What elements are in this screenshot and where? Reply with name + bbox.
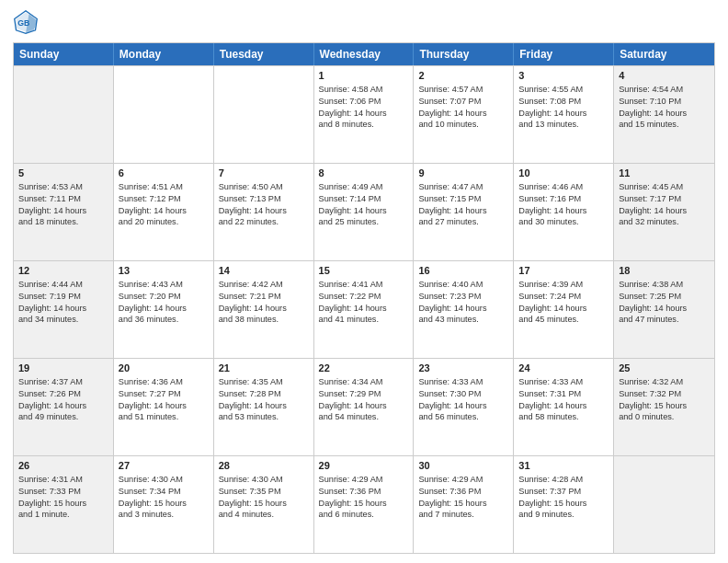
page: GB SundayMondayTuesdayWednesdayThursdayF… <box>0 0 728 563</box>
cell-info: Sunrise: 4:33 AM Sunset: 7:30 PM Dayligh… <box>418 376 508 424</box>
calendar-cell: 11Sunrise: 4:45 AM Sunset: 7:17 PM Dayli… <box>614 164 714 260</box>
day-number: 18 <box>619 264 710 278</box>
day-number: 27 <box>119 459 209 473</box>
day-number: 5 <box>18 167 108 180</box>
day-header-thursday: Thursday <box>414 43 514 65</box>
calendar-cell: 1Sunrise: 4:58 AM Sunset: 7:06 PM Daylig… <box>314 66 415 163</box>
cell-info: Sunrise: 4:53 AM Sunset: 7:11 PM Dayligh… <box>18 181 108 229</box>
calendar-cell <box>214 66 314 163</box>
calendar-week-4: 19Sunrise: 4:37 AM Sunset: 7:26 PM Dayli… <box>14 358 714 455</box>
day-number: 9 <box>418 167 508 180</box>
calendar-cell: 27Sunrise: 4:30 AM Sunset: 7:34 PM Dayli… <box>114 456 214 553</box>
day-header-sunday: Sunday <box>14 43 114 65</box>
cell-info: Sunrise: 4:40 AM Sunset: 7:23 PM Dayligh… <box>418 279 508 327</box>
day-number: 29 <box>319 459 409 473</box>
cell-info: Sunrise: 4:49 AM Sunset: 7:14 PM Dayligh… <box>319 181 409 229</box>
calendar-week-1: 1Sunrise: 4:58 AM Sunset: 7:06 PM Daylig… <box>14 65 714 163</box>
day-number: 31 <box>518 459 609 473</box>
cell-info: Sunrise: 4:46 AM Sunset: 7:16 PM Dayligh… <box>518 181 609 229</box>
calendar-cell: 22Sunrise: 4:34 AM Sunset: 7:29 PM Dayli… <box>314 359 415 455</box>
cell-info: Sunrise: 4:57 AM Sunset: 7:07 PM Dayligh… <box>418 84 508 132</box>
calendar-cell: 18Sunrise: 4:38 AM Sunset: 7:25 PM Dayli… <box>614 261 714 358</box>
calendar-cell: 12Sunrise: 4:44 AM Sunset: 7:19 PM Dayli… <box>14 261 114 358</box>
day-number: 10 <box>518 167 609 180</box>
calendar-cell: 20Sunrise: 4:36 AM Sunset: 7:27 PM Dayli… <box>114 359 214 455</box>
calendar-cell: 9Sunrise: 4:47 AM Sunset: 7:15 PM Daylig… <box>414 164 514 260</box>
logo: GB <box>13 9 42 35</box>
cell-info: Sunrise: 4:39 AM Sunset: 7:24 PM Dayligh… <box>518 279 609 327</box>
cell-info: Sunrise: 4:47 AM Sunset: 7:15 PM Dayligh… <box>418 181 508 229</box>
calendar-cell: 14Sunrise: 4:42 AM Sunset: 7:21 PM Dayli… <box>214 261 314 358</box>
day-number: 6 <box>119 167 209 180</box>
calendar-cell <box>114 66 214 163</box>
calendar-cell: 7Sunrise: 4:50 AM Sunset: 7:13 PM Daylig… <box>214 164 314 260</box>
calendar-cell: 31Sunrise: 4:28 AM Sunset: 7:37 PM Dayli… <box>514 456 614 553</box>
day-number: 23 <box>418 362 508 375</box>
calendar-cell: 23Sunrise: 4:33 AM Sunset: 7:30 PM Dayli… <box>414 359 514 455</box>
day-number: 22 <box>319 362 409 375</box>
cell-info: Sunrise: 4:41 AM Sunset: 7:22 PM Dayligh… <box>319 279 409 327</box>
day-number: 1 <box>319 69 409 83</box>
cell-info: Sunrise: 4:44 AM Sunset: 7:19 PM Dayligh… <box>18 279 108 327</box>
cell-info: Sunrise: 4:30 AM Sunset: 7:34 PM Dayligh… <box>119 474 209 522</box>
calendar: SundayMondayTuesdayWednesdayThursdayFrid… <box>13 42 715 554</box>
cell-info: Sunrise: 4:50 AM Sunset: 7:13 PM Dayligh… <box>219 181 309 229</box>
cell-info: Sunrise: 4:38 AM Sunset: 7:25 PM Dayligh… <box>619 279 710 327</box>
cell-info: Sunrise: 4:32 AM Sunset: 7:32 PM Dayligh… <box>619 376 710 424</box>
day-number: 19 <box>18 362 108 375</box>
calendar-cell: 4Sunrise: 4:54 AM Sunset: 7:10 PM Daylig… <box>614 66 714 163</box>
day-number: 25 <box>619 362 710 375</box>
cell-info: Sunrise: 4:42 AM Sunset: 7:21 PM Dayligh… <box>219 279 309 327</box>
calendar-cell: 15Sunrise: 4:41 AM Sunset: 7:22 PM Dayli… <box>314 261 415 358</box>
calendar-cell: 13Sunrise: 4:43 AM Sunset: 7:20 PM Dayli… <box>114 261 214 358</box>
cell-info: Sunrise: 4:45 AM Sunset: 7:17 PM Dayligh… <box>619 181 710 229</box>
day-number: 16 <box>418 264 508 278</box>
header: GB <box>13 9 715 35</box>
calendar-cell: 24Sunrise: 4:33 AM Sunset: 7:31 PM Dayli… <box>514 359 614 455</box>
calendar-header-row: SundayMondayTuesdayWednesdayThursdayFrid… <box>14 43 714 65</box>
cell-info: Sunrise: 4:31 AM Sunset: 7:33 PM Dayligh… <box>18 474 108 522</box>
day-number: 13 <box>119 264 209 278</box>
cell-info: Sunrise: 4:54 AM Sunset: 7:10 PM Dayligh… <box>619 84 710 132</box>
calendar-cell: 29Sunrise: 4:29 AM Sunset: 7:36 PM Dayli… <box>314 456 415 553</box>
calendar-cell: 28Sunrise: 4:30 AM Sunset: 7:35 PM Dayli… <box>214 456 314 553</box>
day-number: 26 <box>18 459 108 473</box>
cell-info: Sunrise: 4:36 AM Sunset: 7:27 PM Dayligh… <box>119 376 209 424</box>
day-number: 15 <box>319 264 409 278</box>
calendar-cell: 10Sunrise: 4:46 AM Sunset: 7:16 PM Dayli… <box>514 164 614 260</box>
day-number: 14 <box>219 264 309 278</box>
day-number: 4 <box>619 69 710 83</box>
calendar-week-5: 26Sunrise: 4:31 AM Sunset: 7:33 PM Dayli… <box>14 455 714 553</box>
calendar-body: 1Sunrise: 4:58 AM Sunset: 7:06 PM Daylig… <box>14 65 714 553</box>
calendar-cell: 16Sunrise: 4:40 AM Sunset: 7:23 PM Dayli… <box>414 261 514 358</box>
day-number: 24 <box>518 362 609 375</box>
cell-info: Sunrise: 4:55 AM Sunset: 7:08 PM Dayligh… <box>518 84 609 132</box>
calendar-cell <box>614 456 714 553</box>
calendar-cell: 2Sunrise: 4:57 AM Sunset: 7:07 PM Daylig… <box>414 66 514 163</box>
calendar-cell: 5Sunrise: 4:53 AM Sunset: 7:11 PM Daylig… <box>14 164 114 260</box>
calendar-week-2: 5Sunrise: 4:53 AM Sunset: 7:11 PM Daylig… <box>14 163 714 260</box>
day-number: 30 <box>418 459 508 473</box>
calendar-cell: 26Sunrise: 4:31 AM Sunset: 7:33 PM Dayli… <box>14 456 114 553</box>
cell-info: Sunrise: 4:33 AM Sunset: 7:31 PM Dayligh… <box>518 376 609 424</box>
day-number: 17 <box>518 264 609 278</box>
cell-info: Sunrise: 4:34 AM Sunset: 7:29 PM Dayligh… <box>319 376 409 424</box>
day-header-friday: Friday <box>514 43 614 65</box>
calendar-cell: 17Sunrise: 4:39 AM Sunset: 7:24 PM Dayli… <box>514 261 614 358</box>
cell-info: Sunrise: 4:30 AM Sunset: 7:35 PM Dayligh… <box>219 474 309 522</box>
cell-info: Sunrise: 4:29 AM Sunset: 7:36 PM Dayligh… <box>319 474 409 522</box>
day-number: 12 <box>18 264 108 278</box>
calendar-cell: 8Sunrise: 4:49 AM Sunset: 7:14 PM Daylig… <box>314 164 415 260</box>
cell-info: Sunrise: 4:43 AM Sunset: 7:20 PM Dayligh… <box>119 279 209 327</box>
calendar-cell: 19Sunrise: 4:37 AM Sunset: 7:26 PM Dayli… <box>14 359 114 455</box>
calendar-week-3: 12Sunrise: 4:44 AM Sunset: 7:19 PM Dayli… <box>14 260 714 358</box>
day-number: 7 <box>219 167 309 180</box>
calendar-cell: 6Sunrise: 4:51 AM Sunset: 7:12 PM Daylig… <box>114 164 214 260</box>
day-header-monday: Monday <box>114 43 214 65</box>
calendar-cell <box>14 66 114 163</box>
svg-text:GB: GB <box>17 18 29 28</box>
cell-info: Sunrise: 4:29 AM Sunset: 7:36 PM Dayligh… <box>418 474 508 522</box>
day-number: 20 <box>119 362 209 375</box>
logo-icon: GB <box>13 9 39 35</box>
cell-info: Sunrise: 4:35 AM Sunset: 7:28 PM Dayligh… <box>219 376 309 424</box>
